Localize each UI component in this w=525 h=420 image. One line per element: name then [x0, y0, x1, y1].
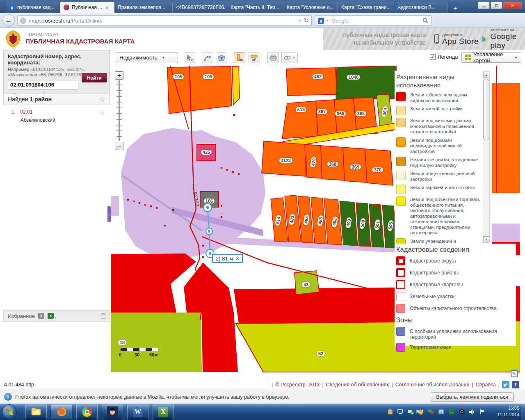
- app-store-badge[interactable]: Доступно вApp Store: [429, 28, 479, 50]
- tab-map-borders[interactable]: Карта "Схема грани...: [338, 2, 394, 13]
- back-button[interactable]: ←: [2, 14, 15, 27]
- legend-item-label: Кадастровые районы: [410, 268, 459, 276]
- scrollbar-thumb[interactable]: [483, 79, 489, 140]
- tab-map-legend[interactable]: Карта "Условные о...: [283, 2, 338, 13]
- tab-map-part2[interactable]: Карта "Часть II. Тер...: [227, 2, 283, 13]
- page-title: ПУБЛИЧНАЯ КАДАСТРОВАЯ КАРТА: [25, 38, 135, 45]
- tray-app-icon[interactable]: [459, 409, 465, 415]
- gplay-small-text: ЗАГРУЗИТЕ НА: [490, 28, 525, 32]
- taskbar-chrome-button[interactable]: [76, 404, 98, 419]
- search-engine-icon[interactable]: g: [318, 18, 324, 24]
- category-select[interactable]: Недвижимость▼: [116, 52, 178, 63]
- tray-dictionary-icon[interactable]: [438, 409, 445, 415]
- legend-checkbox[interactable]: ✓: [430, 54, 436, 60]
- telemetry-choose-button[interactable]: Выбрать, чем мне поделиться: [431, 392, 514, 402]
- taskbar-firefox-button[interactable]: [51, 404, 72, 419]
- tab-google-search[interactable]: gпубличная кад...: [6, 2, 60, 13]
- measurement-result-label[interactable]: 2) 81 м×: [212, 254, 243, 263]
- tray-date: 11.11.2014: [498, 411, 519, 418]
- taskbar-clock[interactable]: 16:0511.11.2014: [498, 405, 519, 418]
- category-select-value: Недвижимость: [119, 55, 158, 61]
- tray-flag-icon[interactable]: [479, 409, 486, 415]
- tray-volume-icon[interactable]: [469, 409, 475, 415]
- cadastral-number-input[interactable]: [8, 80, 78, 89]
- map-resize-icon[interactable]: ↖: [511, 370, 518, 377]
- zoom-in-button[interactable]: +: [115, 71, 123, 80]
- identify-line-tool-button[interactable]: ?: [202, 52, 213, 63]
- url-bar[interactable]: maps.rosreestr.ru/PortalOnline/ ▼ ↻: [17, 15, 312, 26]
- window-restore-button[interactable]: [491, 2, 502, 9]
- tray-monitors-icon[interactable]: [428, 409, 434, 415]
- tray-antivirus-icon[interactable]: [448, 409, 455, 415]
- tab-audio[interactable]: ▶Аудиозаписи В...: [394, 2, 447, 13]
- search-box[interactable]: g ▼ Google: [315, 15, 431, 26]
- search-engine-dropdown-icon[interactable]: ▼: [326, 19, 329, 23]
- google-play-badge[interactable]: ЗАГРУЗИТЕ НАGoogle play: [477, 28, 525, 50]
- tray-network-icon[interactable]: [397, 409, 404, 415]
- measure-distance-button[interactable]: M: [234, 52, 245, 63]
- updates-link[interactable]: Сведения об обновлениях: [326, 382, 389, 388]
- legend-cadastre-title: Кадастровые сведения: [396, 245, 514, 253]
- link-button[interactable]: ▼: [281, 52, 298, 63]
- window-minimize-button[interactable]: [478, 2, 490, 9]
- google-play-icon: [482, 35, 487, 43]
- find-button[interactable]: Найти: [82, 73, 107, 82]
- facebook-icon[interactable]: f: [512, 381, 519, 388]
- legend-scrollbar[interactable]: ▲ ▼: [483, 71, 490, 243]
- import-excel-icon[interactable]: X↑: [48, 313, 54, 319]
- legend-usage-title: Разрешенные виды использования: [396, 73, 482, 89]
- manage-map-button[interactable]: Управление картой ▼: [461, 52, 521, 63]
- url-prefix: maps.: [29, 18, 43, 24]
- tray-flame-icon[interactable]: [418, 409, 424, 415]
- measure-area-button[interactable]: M²: [249, 52, 260, 63]
- taskbar-word-button[interactable]: W: [127, 404, 148, 419]
- map-canvas[interactable]: 105 105 482 1040 513 367 366 365 364 112…: [111, 66, 520, 379]
- scale-tick: 0: [119, 352, 121, 357]
- gplay-big-text: Google play: [490, 32, 525, 50]
- scale-bar-graphic: [121, 348, 158, 351]
- favorite-star-icon[interactable]: ☆: [99, 95, 105, 104]
- map-toolbar: Недвижимость▼ ? ? ? M M² ▼ ✓Легенда Упра…: [111, 50, 525, 66]
- reload-icon[interactable]: ↻: [304, 17, 309, 24]
- print-button[interactable]: [267, 52, 279, 63]
- measurement-close-icon[interactable]: ×: [236, 256, 239, 262]
- zoom-control[interactable]: + −: [114, 71, 125, 150]
- tab-rules[interactable]: Правила землепол...: [114, 2, 173, 13]
- tab-label: Аудиозаписи В...: [397, 5, 436, 10]
- url-dropdown-icon[interactable]: ▼: [298, 19, 301, 23]
- start-button[interactable]: [2, 404, 17, 419]
- zoom-out-button[interactable]: −: [115, 142, 123, 150]
- scroll-up-icon[interactable]: ▲: [483, 72, 489, 78]
- twitter-icon[interactable]: [502, 381, 509, 388]
- new-tab-button[interactable]: +: [449, 4, 461, 13]
- favorite-star-icon[interactable]: ☆: [100, 109, 105, 116]
- tray-usb-icon[interactable]: [407, 409, 414, 415]
- export-excel-icon[interactable]: X↓: [38, 313, 44, 319]
- tray-clipboard-icon[interactable]: [387, 409, 393, 415]
- taskbar-consultant-button[interactable]: [102, 404, 123, 419]
- zoom-slider[interactable]: [119, 80, 120, 141]
- legend-cadastre-panel: Кадастровые сведения Кадастровые округа …: [395, 244, 516, 346]
- legend-toggle[interactable]: ✓Легенда: [430, 54, 458, 60]
- legend-item-label: Земли учреждений и организаций народного…: [410, 238, 482, 244]
- help-link[interactable]: Справка: [476, 382, 496, 388]
- show-desktop-button[interactable]: [521, 404, 525, 420]
- legend-swatch: [396, 343, 405, 352]
- identify-tool-button[interactable]: ?: [184, 52, 195, 63]
- agreement-link[interactable]: Соглашение об использовании: [395, 382, 470, 388]
- tab-document[interactable]: <4D6963726F736F66...: [173, 2, 227, 13]
- result-code-link[interactable]: 02:01: [20, 109, 32, 115]
- trash-icon[interactable]: [101, 313, 105, 319]
- excel-glyph: X: [49, 314, 52, 318]
- search-icon[interactable]: [422, 18, 429, 24]
- search-result-item[interactable]: 1. 02:01 Абзелиловский ☆: [3, 105, 110, 130]
- identify-area-tool-button[interactable]: ?: [216, 52, 227, 63]
- tab-label: <4D6963726F736F66...: [176, 5, 227, 10]
- window-close-button[interactable]: ×: [503, 2, 522, 9]
- taskbar-excel-button[interactable]: X: [153, 404, 174, 419]
- legend-item: Территориальные: [396, 343, 514, 352]
- taskbar-explorer-button[interactable]: [25, 404, 47, 419]
- tab-public-cadastral-map[interactable]: Публичная ...×: [60, 2, 114, 13]
- tab-close-icon[interactable]: ×: [105, 5, 109, 11]
- scroll-down-icon[interactable]: ▼: [483, 236, 489, 242]
